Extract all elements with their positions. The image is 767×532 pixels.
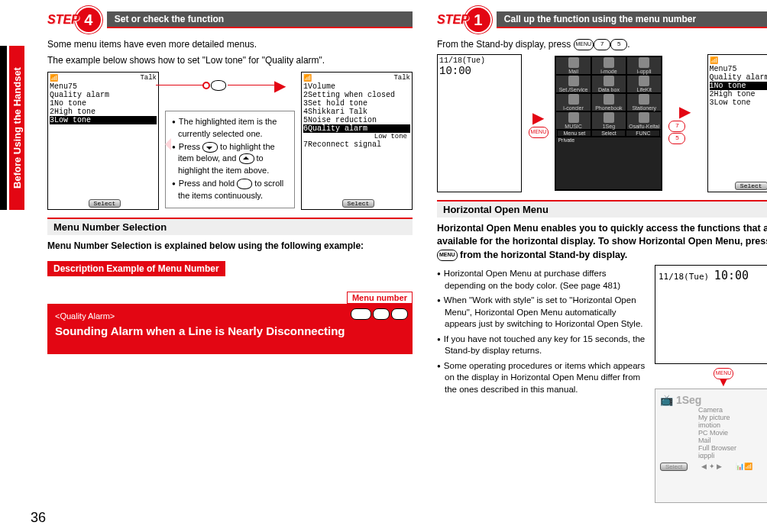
menu-number-keys: MENU 7 5 [351,308,408,320]
menu-grid-cell: 1Seg [591,111,626,130]
intro-text-2: The example below shows how to set "Low … [47,54,413,67]
screenshot-after: 📶Talk 1Volume 2Setting when closed 3Set … [301,72,413,210]
key-5-icon: 5 [668,133,685,144]
step-title: Set or check the function [107,11,413,28]
nav-key-icon [211,80,226,91]
left-column: STEP 4 Set or check the function Some me… [38,8,422,496]
menu-grid-cell: Phonebook [591,93,626,111]
key-7-icon: 7 [668,121,685,132]
select-button: Select [89,199,121,208]
key-7-icon: 7 [373,308,390,320]
screenshot-before: 📶Talk Menu75 Quality alarm 1No tone 2Hig… [47,72,159,210]
menu-key-icon: MENU [574,39,594,50]
horizontal-menu-screenshot: 📺 1Seg CameraMy pictureimotionPC MovieMa… [655,389,767,503]
subheading-description-example: Description Example of Menu Number [47,261,225,276]
menu-grid-cell: MUSIC [555,111,591,130]
nav-down-icon [202,142,218,153]
manual-page: Before Using the Handset 36 STEP 4 Set o… [0,0,767,532]
arrow-right-icon: ▶ [532,108,544,127]
list-item: Some operating procedures or items which… [437,360,649,396]
menu-grid-cell: Set./Service [555,75,591,93]
section-heading-horizontal: Horizontal Open Menu [437,200,767,218]
side-tab-label: Before Using the Handset [11,67,23,189]
list-item: If you have not touched any key for 15 s… [437,334,649,357]
note-box: The highlighted item is the currently se… [165,111,295,208]
horizontal-standby-screenshot: 11/18(Tue) 10:00 📊📶 [655,265,767,364]
menu-grid-cell: Osaifu-Keitai [626,111,662,130]
horizontal-intro: Horizontal Open Menu enables you to quic… [437,222,767,263]
side-accent [0,46,7,210]
key-5-icon: 5 [391,308,408,320]
main-menu-screenshot: Maili-modei-αppliSet./ServiceData boxLif… [555,56,662,191]
menu-number-label: Menu number [347,292,413,304]
key-5-icon: 5 [610,39,627,50]
connector-dot [202,82,210,89]
step-title: Call up the function using the menu numb… [497,11,767,28]
menu-key-icon: MENU [351,308,371,320]
step-number: 4 [76,8,101,32]
step-number: 1 [466,8,490,32]
horizontal-bullets: Horizontal Open Menu at purchase differs… [437,268,649,398]
menu-grid-cell: i-concier [555,93,591,111]
menu-grid-cell: Stationery [626,93,662,111]
step-label: STEP [47,13,79,27]
menu-key-icon: MENU [529,127,549,138]
menu-key-icon: MENU [437,250,458,261]
menu-grid-cell: Data box [591,75,626,93]
arrow-right-icon: ▶ [274,76,286,95]
key-7-icon: 7 [594,39,610,50]
menu-grid-cell: i-αppli [626,56,662,75]
intro-text: From the Stand-by display, press MENU75. [437,38,767,51]
standby-screenshot: 11/18(Tue) 10:00 [437,54,522,192]
page-number: 36 [31,510,46,526]
step-header-4: STEP 4 Set or check the function [47,8,413,32]
step-label: STEP [437,13,469,27]
menu-grid-cell: Mail [555,56,591,75]
callout-arrow-icon [159,138,171,150]
side-tab: Before Using the Handset [9,46,24,210]
menu-number-example: MENU 7 5 <Quality Alarm> Sounding Alarm … [47,304,413,354]
result-screenshot: 📶Talk Menu75 Quality alarm 1No tone 2Hig… [707,54,767,192]
right-column: STEP 1 Call up the function using the me… [428,8,767,496]
intro-text-1: Some menu items have even more detailed … [47,38,413,51]
arrow-right-icon: ▶ [679,102,691,121]
connector-line [156,85,203,85]
menu-grid-cell: LifeKit [626,75,662,93]
nav-key-icon [237,179,252,189]
section-heading-menu-number: Menu Number Selection [47,218,413,235]
list-item: When "Work with style" is set to "Horizo… [437,295,649,330]
nav-up-icon [239,153,254,164]
menu-grid-cell: i-mode [591,56,626,75]
section-desc: Menu Number Selection is explained below… [47,240,413,253]
step-header-1: STEP 1 Call up the function using the me… [437,8,767,32]
list-item: Horizontal Open Menu at purchase differs… [437,268,649,292]
